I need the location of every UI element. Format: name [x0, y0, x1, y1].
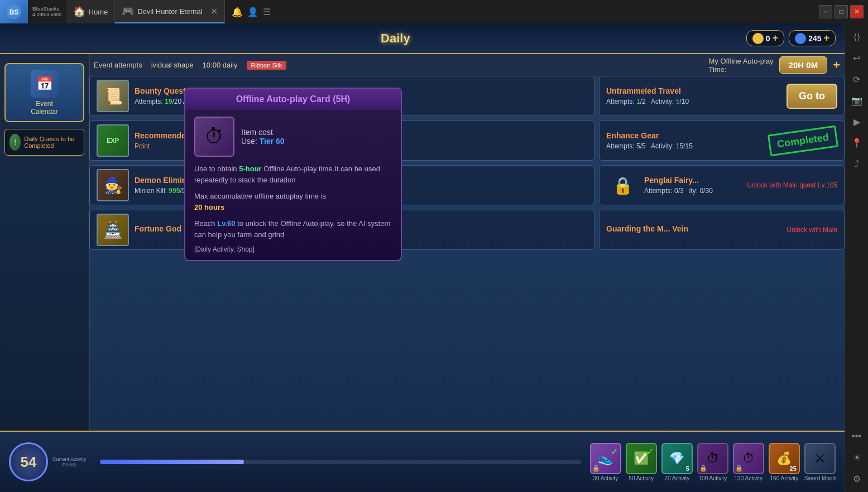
guarding-info: Guarding the M... Vein — [606, 224, 781, 235]
list-item: Guarding the M... Vein Unlock with Main — [599, 210, 845, 250]
tooltip-use-label: Use: Tier 60 — [241, 137, 285, 146]
sidebar-record-icon[interactable]: ▶ — [848, 113, 866, 131]
main-content: 📅 EventCalendar ! Daily Quests to be Com… — [0, 54, 845, 492]
sidebar-share-icon[interactable]: ⤴ — [848, 155, 866, 173]
bottom-bar: 54 Current ActivityPoints 👟 🔒 ✓ 30 Activ… — [0, 431, 845, 492]
tooltip-source: [Daily Activity, Shop] — [194, 245, 392, 253]
sidebar-expand-icon[interactable]: ⟨⟩ — [848, 28, 866, 46]
reward-130-label: 130 Activity — [735, 475, 763, 481]
penglai-name: Penglai Fairy... — [644, 176, 741, 185]
sword-mood-button[interactable]: ⚔ Sword Mood — [804, 443, 836, 481]
offline-autoplay-label: My Offline Auto-play Time: — [709, 57, 774, 74]
quest-notice-text: Daily Quests to be Completed — [24, 136, 79, 149]
gold-value: 0 — [766, 34, 770, 43]
currency-area: 0 + 245 + — [746, 30, 836, 46]
titlebar-icons: 🔔 👤 ☰ — [225, 7, 277, 17]
gold-add-button[interactable]: + — [773, 32, 779, 44]
untrammeled-name: Untrammeled Travel — [606, 86, 781, 95]
tooltip-desc-2: Max accumulative offline autoplay time i… — [194, 191, 392, 213]
reward-50-icon: ✅ ✓ — [626, 443, 657, 474]
sidebar-brightness-icon[interactable]: ☀ — [848, 448, 866, 466]
sidebar-location-icon[interactable]: 📍 — [848, 134, 866, 152]
tooltip-cost-info: Item cost Use: Tier 60 — [241, 128, 285, 146]
tooltip-tier: Tier 60 — [260, 137, 285, 146]
reward-30-lock-icon: 🔒 — [592, 465, 600, 472]
go-to-button[interactable]: Go to — [787, 84, 837, 109]
enhance-gear-info: Enhance Gear Attempts: 5/5 Activity: 15/… — [606, 131, 763, 150]
sidebar-back-icon[interactable]: ↩ — [848, 49, 866, 67]
tooltip-item-image: ⏱ — [194, 117, 234, 157]
sidebar-screenshot-icon[interactable]: 📷 — [848, 91, 866, 109]
tooltip-title: Offline Auto-play Card (5H) — [236, 94, 351, 104]
minimize-button[interactable]: − — [819, 5, 832, 18]
reward-70-count: 5 — [686, 465, 689, 472]
reward-30-label: 30 Activity — [593, 475, 618, 481]
reward-30-button[interactable]: 👟 🔒 ✓ 30 Activity — [590, 443, 621, 481]
gold-icon — [752, 33, 764, 44]
untrammeled-progress: Attempts: 1/2 Activity: 5/10 — [606, 98, 781, 105]
reward-70-label: 70 Activity — [664, 475, 689, 481]
demon-quest-icon: 🧙 — [97, 169, 129, 201]
gem-currency: 245 + — [789, 30, 836, 46]
bounty-quest-icon: 📜 — [97, 80, 129, 112]
enhance-gear-name: Enhance Gear — [606, 131, 763, 140]
sidebar-rotate-icon[interactable]: ⟳ — [848, 70, 866, 88]
tooltip-highlight-5hour: 5-hour — [239, 165, 261, 173]
sword-mood-icon: ⚔ — [804, 443, 836, 474]
titlebar: BS BlueStacks 4.190.0.5002 🏠 Home 🎮 Devi… — [0, 0, 868, 23]
game-area: Daily 0 + 245 + 📅 EventCalendar ! Dai — [0, 23, 845, 492]
calendar-label: EventCalendar — [31, 100, 58, 115]
game-topbar: Daily 0 + 245 + — [0, 23, 845, 54]
sidebar-more-icon[interactable]: ••• — [848, 427, 866, 445]
activity-points-value: 54 — [21, 454, 37, 471]
bluestacks-logo: BS — [0, 0, 28, 23]
sidebar-settings-icon[interactable]: ⚙ — [848, 470, 866, 488]
activity-points-label: Current ActivityPoints — [52, 456, 87, 467]
game-tab[interactable]: 🎮 Devil Hunter Eternal ✕ — [115, 0, 224, 23]
reward-50-button[interactable]: ✅ ✓ 50 Activity — [626, 443, 657, 481]
gem-add-button[interactable]: + — [823, 32, 829, 44]
close-button[interactable]: ✕ — [850, 5, 864, 18]
notification-icon[interactable]: 🔔 — [232, 7, 243, 17]
page-title: Daily — [45, 31, 746, 46]
maximize-button[interactable]: □ — [835, 5, 848, 18]
penglai-info: Penglai Fairy... Attempts: 0/3 ity: 0/30 — [644, 176, 741, 195]
reward-50-label: 50 Activity — [629, 475, 654, 481]
sword-mood-label: Sword Mood — [804, 475, 836, 481]
fortune-quest-icon: 🏯 — [97, 214, 129, 246]
reset-time-label: 10:00 daily — [203, 61, 238, 69]
brand-label: BlueStacks 4.190.0.5002 — [28, 6, 66, 17]
reward-130-button[interactable]: ⏱ 🔒 130 Activity — [733, 443, 764, 481]
event-calendar-button[interactable]: 📅 EventCalendar — [4, 63, 84, 122]
gem-icon — [795, 33, 806, 44]
reward-100-button[interactable]: ⏱ 🔒 100 Activity — [697, 443, 728, 481]
reward-160-icon: 💰 25 — [769, 443, 800, 474]
left-panel: 📅 EventCalendar ! Daily Quests to be Com… — [0, 54, 89, 492]
exp-quest-icon: EXP — [97, 124, 129, 157]
untrammeled-info: Untrammeled Travel Attempts: 1/2 Activit… — [606, 86, 781, 105]
window-controls: − □ ✕ — [819, 5, 868, 18]
gold-currency: 0 + — [746, 30, 784, 46]
home-tab[interactable]: 🏠 Home — [66, 0, 116, 23]
reward-130-lock-icon: 🔒 — [735, 465, 743, 472]
gem-value: 245 — [808, 34, 821, 43]
menu-icon[interactable]: ☰ — [263, 7, 271, 17]
offline-card-tooltip: Offline Auto-play Card (5H) ⏱ Item cost … — [184, 88, 402, 261]
reward-160-button[interactable]: 💰 25 160 Activity — [769, 443, 800, 481]
activity-progress-fill — [100, 460, 244, 464]
activity-circle: 54 — [9, 442, 48, 481]
tooltip-header: Offline Auto-play Card (5H) — [185, 89, 401, 110]
reward-70-button[interactable]: 💎 5 70 Activity — [661, 443, 693, 481]
daily-quests-notice: ! Daily Quests to be Completed — [4, 129, 84, 156]
guarding-name: Guarding the M... Vein — [606, 224, 781, 233]
quest-notice-icon: ! — [9, 134, 21, 151]
penglai-unlock-text: Unlock with Main quest Lv.105 — [747, 181, 837, 189]
account-icon[interactable]: 👤 — [247, 7, 258, 17]
event-attempts-label: Event attempts — [94, 61, 142, 69]
guarding-unlock-text: Unlock with Main — [787, 226, 837, 234]
reward-50-check-icon: ✓ — [646, 446, 654, 457]
tooltip-highlight-lv60: Lv.60 — [217, 219, 235, 228]
individual-shape-label: ividual shape — [151, 61, 194, 69]
offline-add-button[interactable]: + — [833, 58, 840, 73]
reward-100-icon: ⏱ 🔒 — [697, 443, 728, 474]
